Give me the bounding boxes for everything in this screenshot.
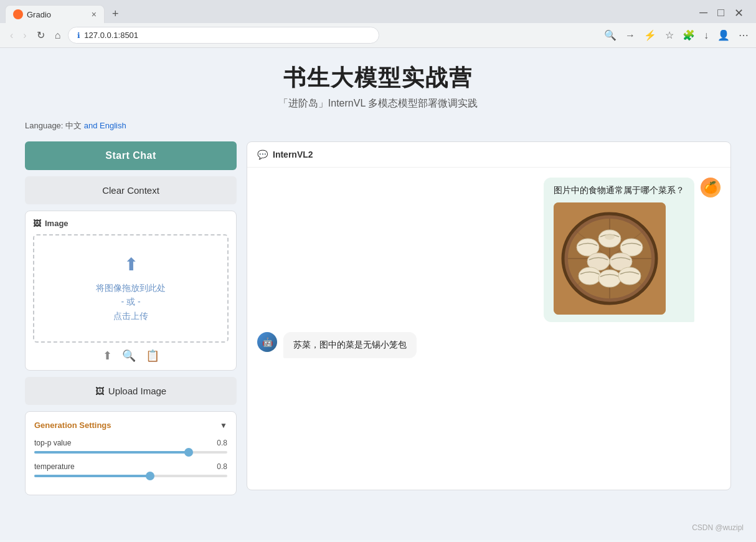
user-avatar: 🍊: [701, 178, 721, 197]
temperature-setting: temperature 0.8: [34, 462, 227, 477]
collapse-arrow-icon[interactable]: ▼: [220, 421, 227, 430]
browser-chrome: Gradio × + ─ □ ✕ ‹ › ↻ ⌂ ℹ 127.0.0.1:850…: [0, 0, 756, 48]
image-drop-area[interactable]: ⬆ 将图像拖放到此处 - 或 - 点击上传: [33, 234, 229, 343]
top-p-value: 0.8: [217, 439, 227, 447]
upload-icon: ⬆: [47, 254, 215, 275]
tab-favicon: [13, 9, 23, 19]
bot-avatar: 🤖: [257, 332, 277, 352]
generation-settings: Generation Settings ▼ top-p value 0.8: [25, 411, 237, 495]
left-panel: Start Chat Clear Context 🖼 Image ⬆ 将图像拖放…: [25, 141, 237, 495]
active-tab[interactable]: Gradio ×: [5, 5, 105, 23]
star-icon[interactable]: ☆: [665, 29, 674, 41]
svg-point-15: [618, 267, 641, 285]
minimize-button[interactable]: ─: [699, 6, 707, 19]
address-input[interactable]: ℹ 127.0.0.1:8501: [68, 27, 379, 44]
temperature-thumb[interactable]: [146, 472, 154, 480]
lightning-icon[interactable]: ⚡: [644, 29, 656, 41]
upload-image-button[interactable]: 🖼 Upload Image: [25, 377, 237, 405]
temperature-value: 0.8: [217, 462, 227, 471]
chat-panel: 💬 InternVL2 图片中的食物通常属于哪个菜系？: [247, 141, 731, 490]
user-bubble: 图片中的食物通常属于哪个菜系？: [544, 178, 694, 322]
upload-footer: ⬆ 🔍 📋: [33, 343, 229, 363]
english-link[interactable]: and English: [84, 121, 126, 130]
profile-icon[interactable]: 👤: [717, 29, 730, 41]
svg-point-8: [605, 234, 615, 240]
main-layout: Start Chat Clear Context 🖼 Image ⬆ 将图像拖放…: [25, 141, 731, 495]
bot-bubble: 苏菜，图中的菜是无锡小笼包: [283, 332, 417, 358]
temperature-slider[interactable]: [34, 475, 227, 477]
tab-bar: Gradio × + ─ □ ✕: [0, 0, 756, 23]
address-bar: ‹ › ↻ ⌂ ℹ 127.0.0.1:8501 🔍 → ⚡ ☆ 🧩 ↓ 👤 ⋯: [0, 23, 756, 47]
upload-image-icon: 🖼: [95, 386, 105, 396]
toolbar-right: 🔍 → ⚡ ☆ 🧩 ↓ 👤 ⋯: [604, 29, 749, 41]
svg-point-14: [598, 270, 621, 287]
extension-icon[interactable]: 🧩: [683, 29, 695, 41]
chat-header: 💬 InternVL2: [247, 142, 730, 168]
tab-close-button[interactable]: ×: [92, 9, 97, 19]
chat-header-icon: 💬: [257, 150, 268, 159]
refresh-button[interactable]: ↻: [34, 27, 47, 44]
temperature-label-row: temperature 0.8: [34, 462, 227, 471]
menu-icon[interactable]: ⋯: [739, 29, 749, 41]
user-question: 图片中的食物通常属于哪个菜系？: [554, 185, 684, 196]
language-selector: Language: 中文 and English: [25, 120, 731, 131]
image-upload-box: 🖼 Image ⬆ 将图像拖放到此处 - 或 - 点击上传 ⬆ 🔍 📋: [25, 211, 237, 371]
bot-avatar-icon: 🤖: [262, 337, 273, 347]
upload-footer-icon1[interactable]: ⬆: [103, 349, 112, 363]
maximize-button[interactable]: □: [717, 6, 724, 19]
page-header: 书生大模型实战营 「进阶岛」InternVL 多模态模型部署微调实践: [25, 63, 731, 110]
download-icon[interactable]: ↓: [704, 30, 709, 41]
watermark: CSDN @wuzipl: [692, 523, 744, 532]
svg-point-13: [579, 267, 601, 285]
temperature-label: temperature: [34, 462, 75, 471]
lock-icon: ℹ: [77, 31, 80, 40]
search-icon[interactable]: 🔍: [604, 29, 617, 41]
forward-icon[interactable]: →: [625, 30, 635, 41]
gen-settings-header: Generation Settings ▼: [34, 421, 227, 430]
image-label: 🖼 Image: [33, 219, 229, 228]
gen-settings-title: Generation Settings: [34, 421, 111, 430]
page-content: 书生大模型实战营 「进阶岛」InternVL 多模态模型部署微调实践 Langu…: [0, 48, 756, 540]
top-p-setting: top-p value 0.8: [34, 439, 227, 454]
new-tab-button[interactable]: +: [107, 5, 124, 23]
image-icon: 🖼: [33, 219, 41, 228]
subtitle: 「进阶岛」InternVL 多模态模型部署微调实践: [25, 97, 731, 110]
top-p-fill: [34, 451, 189, 454]
user-message: 图片中的食物通常属于哪个菜系？: [257, 178, 721, 322]
bot-message: 🤖 苏菜，图中的菜是无锡小笼包: [257, 332, 721, 358]
start-chat-button[interactable]: Start Chat: [25, 141, 237, 170]
upload-footer-icon3[interactable]: 📋: [146, 349, 159, 363]
window-controls: ─ □ ✕: [692, 6, 751, 22]
home-button[interactable]: ⌂: [52, 27, 64, 44]
user-avatar-icon: 🍊: [704, 181, 717, 194]
dumpling-image-svg: [554, 202, 666, 315]
forward-button[interactable]: ›: [21, 27, 29, 44]
tab-title: Gradio: [27, 10, 87, 19]
bot-response-text: 苏菜，图中的菜是无锡小笼包: [293, 340, 407, 349]
user-image: [554, 202, 666, 315]
temperature-fill: [34, 475, 150, 477]
top-p-label: top-p value: [34, 439, 71, 447]
main-title: 书生大模型实战营: [25, 63, 731, 93]
back-button[interactable]: ‹: [7, 27, 16, 44]
top-p-label-row: top-p value 0.8: [34, 439, 227, 447]
top-p-thumb[interactable]: [184, 448, 193, 457]
drag-text: 将图像拖放到此处 - 或 - 点击上传: [47, 281, 215, 323]
close-window-button[interactable]: ✕: [734, 6, 744, 20]
top-p-slider[interactable]: [34, 451, 227, 454]
clear-context-button[interactable]: Clear Context: [25, 176, 237, 204]
chat-body: 图片中的食物通常属于哪个菜系？: [247, 168, 730, 490]
model-name: InternVL2: [273, 150, 313, 159]
upload-footer-icon2[interactable]: 🔍: [122, 349, 136, 363]
address-text: 127.0.0.1:8501: [84, 31, 138, 40]
